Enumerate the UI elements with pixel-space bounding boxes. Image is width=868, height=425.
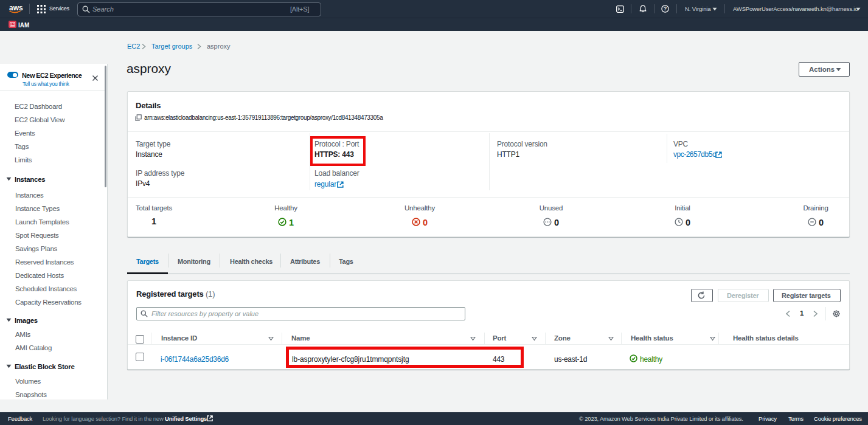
svg-text:?: ? xyxy=(664,5,667,12)
svg-text:aws: aws xyxy=(9,4,23,12)
